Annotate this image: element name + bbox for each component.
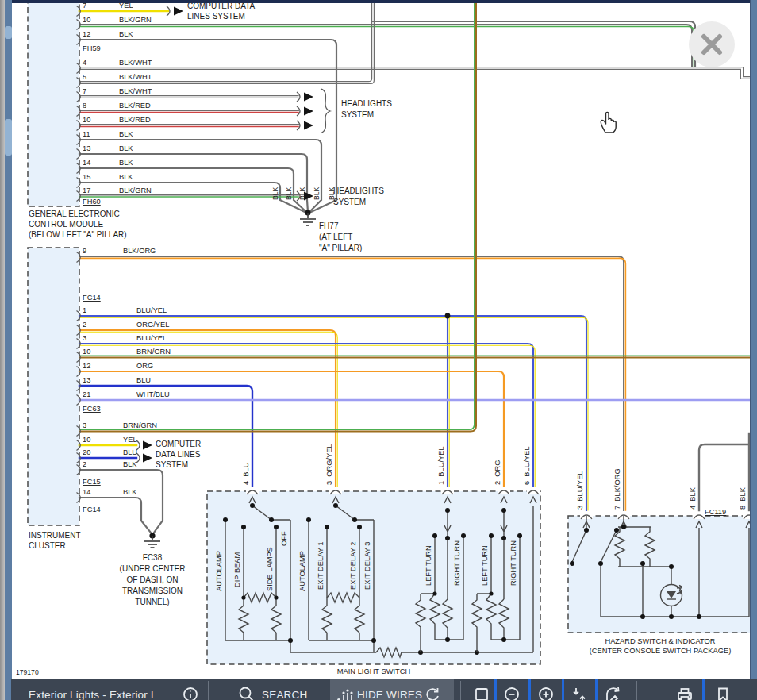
svg-text:BLK: BLK	[298, 187, 306, 200]
svg-text:4 BLU: 4 BLU	[242, 463, 250, 485]
diagram-title: Exterior Lights - Exterior L	[29, 689, 157, 700]
svg-text:13: 13	[83, 144, 90, 152]
close-button[interactable]	[689, 21, 735, 67]
reset-view-icon[interactable]	[424, 686, 441, 700]
connector-fc119: FC119	[705, 508, 726, 516]
gem-module-name: GENERAL ELECTRONIC CONTROL MODULE (BELOW…	[29, 210, 127, 239]
ground-fc38	[144, 533, 160, 548]
svg-text:RIGHT TURN: RIGHT TURN	[453, 540, 461, 586]
svg-text:BLU: BLU	[123, 448, 137, 456]
svg-text:SYSTEM: SYSTEM	[333, 198, 366, 206]
headlights-brace	[321, 89, 330, 133]
svg-text:12: 12	[83, 30, 90, 38]
svg-text:6 BLU/YEL: 6 BLU/YEL	[523, 446, 531, 485]
bottom-toolbar: Exterior Lights - Exterior L SEARCH HIDE…	[11, 679, 757, 700]
svg-text:15: 15	[83, 173, 90, 181]
svg-text:AUTOLAMP: AUTOLAMP	[215, 551, 223, 591]
rotate-view-icon	[604, 686, 623, 700]
svg-text:INSTRUMENT: INSTRUMENT	[29, 531, 81, 540]
wiring-diagram-canvas: 7YEL 10BLK/GRN 12BLK FH59 4BLK/WHT 5BLK/…	[11, 3, 757, 676]
info-button[interactable]	[183, 687, 198, 700]
scrollbar-thumb[interactable]	[5, 26, 12, 39]
svg-text:3: 3	[83, 334, 86, 342]
svg-text:(BELOW LEFT "A" PILLAR): (BELOW LEFT "A" PILLAR)	[29, 230, 127, 239]
svg-text:7: 7	[83, 3, 86, 10]
svg-text:BLK/GRN: BLK/GRN	[119, 16, 152, 24]
svg-text:OFF: OFF	[280, 531, 288, 546]
svg-text:CLUSTER: CLUSTER	[29, 541, 66, 550]
rotate-view-button[interactable]	[604, 686, 623, 700]
svg-text:9: 9	[83, 247, 86, 255]
zoom-in-icon	[538, 687, 555, 700]
svg-text:20: 20	[83, 448, 90, 456]
toolbar-blue-divider	[702, 679, 705, 700]
save-bookmark-button[interactable]	[715, 687, 731, 700]
svg-text:BLK/GRN: BLK/GRN	[119, 187, 152, 194]
svg-text:10: 10	[83, 16, 90, 24]
svg-text:WHT/BLU: WHT/BLU	[136, 390, 170, 398]
svg-text:BLK: BLK	[285, 187, 293, 200]
connector-fc63: FC63	[83, 405, 101, 413]
zoom-in-button[interactable]	[538, 687, 555, 700]
instrument-cluster-box	[28, 248, 79, 525]
close-icon	[698, 31, 725, 58]
svg-text:4 BLK: 4 BLK	[689, 487, 697, 510]
svg-text:1: 1	[83, 306, 86, 314]
svg-text:SIDE LAMPS: SIDE LAMPS	[266, 547, 274, 591]
svg-text:AUTOLAMP: AUTOLAMP	[298, 551, 306, 591]
svg-text:LINES SYSTEM: LINES SYSTEM	[187, 12, 245, 21]
svg-text:17: 17	[83, 187, 90, 194]
svg-text:FH77: FH77	[319, 221, 339, 230]
svg-text:EXIT DELAY 1: EXIT DELAY 1	[317, 542, 325, 590]
right-scrollbar[interactable]	[750, 0, 757, 679]
search-label[interactable]: SEARCH	[262, 689, 307, 700]
svg-text:BLU: BLU	[136, 376, 151, 384]
svg-text:DATA LINES: DATA LINES	[156, 450, 201, 459]
connector-fh60: FH60	[83, 198, 101, 206]
svg-text:(UNDER CENTER: (UNDER CENTER	[120, 564, 186, 573]
svg-text:TUNNEL): TUNNEL)	[135, 598, 169, 606]
svg-text:14: 14	[83, 488, 90, 496]
search-button[interactable]	[238, 686, 256, 700]
svg-text:FC38: FC38	[143, 553, 163, 562]
hazard-switch-box	[568, 516, 757, 633]
svg-text:10: 10	[83, 436, 90, 444]
svg-text:BLK: BLK	[123, 460, 137, 468]
svg-text:BLK: BLK	[119, 30, 133, 38]
hide-wires-icon	[336, 687, 354, 700]
hand-cursor	[597, 108, 621, 135]
junction-dot	[445, 313, 451, 319]
connector-fc14b: FC14	[83, 506, 101, 513]
svg-text:EXIT DELAY 3: EXIT DELAY 3	[363, 542, 371, 590]
hazard-caption-1: HAZARD SWITCH & INDICATOR	[605, 637, 715, 645]
hazard-feed-wires	[699, 433, 757, 510]
zoom-out-button[interactable]	[504, 687, 521, 700]
svg-text:2: 2	[83, 321, 86, 329]
svg-text:BLK/WHT: BLK/WHT	[119, 87, 152, 95]
svg-text:3 ORG/YEL: 3 ORG/YEL	[325, 444, 333, 485]
bookmark-icon	[715, 687, 731, 700]
scrollbar-thumb[interactable]	[5, 119, 12, 156]
svg-text:BLK/WHT: BLK/WHT	[119, 59, 152, 67]
svg-text:5: 5	[83, 73, 86, 81]
toolbar-blue-divider	[595, 679, 598, 700]
svg-text:CONTROL MODULE: CONTROL MODULE	[29, 220, 103, 229]
svg-text:LEFT TURN: LEFT TURN	[481, 545, 489, 586]
hide-wires-button[interactable]: HIDE WIRES	[330, 679, 454, 700]
svg-text:8 BLK: 8 BLK	[739, 487, 747, 510]
toolbar-blue-divider	[494, 679, 497, 700]
main-light-switch-caption: MAIN LIGHT SWITCH	[337, 667, 410, 675]
fh77-ground-label: FH77 (AT LEFT "A" PILLAR)	[319, 221, 362, 252]
svg-text:2: 2	[83, 460, 86, 468]
connector-fc15: FC15	[83, 478, 101, 486]
select-region-button[interactable]	[474, 687, 490, 700]
print-button[interactable]	[676, 687, 694, 700]
fit-to-screen-button[interactable]	[571, 687, 588, 700]
ic-module-name: INSTRUMENT CLUSTER	[29, 531, 81, 550]
left-scrollbar[interactable]	[5, 0, 12, 700]
info-icon	[183, 687, 198, 700]
svg-text:ORG/YEL: ORG/YEL	[136, 321, 169, 329]
svg-text:(AT LEFT: (AT LEFT	[319, 233, 352, 241]
svg-text:14: 14	[83, 159, 90, 167]
svg-text:BLK: BLK	[123, 488, 137, 496]
